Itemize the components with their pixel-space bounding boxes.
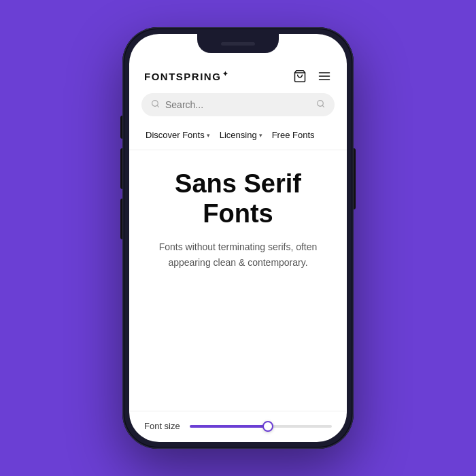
menu-icon xyxy=(318,69,331,83)
chevron-down-icon-2: ▾ xyxy=(259,132,262,139)
svg-line-5 xyxy=(157,105,158,107)
cart-icon xyxy=(293,69,307,83)
nav-discover-fonts[interactable]: Discover Fonts ▾ xyxy=(141,127,214,143)
phone-screen: FONTSPRING ✦ xyxy=(129,34,347,442)
header: FONTSPRING ✦ xyxy=(129,58,347,90)
slider-fill xyxy=(190,425,268,428)
font-size-label: Font size xyxy=(144,421,180,431)
search-bar[interactable] xyxy=(141,93,335,116)
hero: Sans Serif Fonts Fonts without terminati… xyxy=(129,150,347,411)
logo: FONTSPRING ✦ xyxy=(144,71,229,82)
notch xyxy=(197,34,279,53)
logo-leaf: ✦ xyxy=(222,70,229,78)
speaker xyxy=(221,42,255,46)
volume-down-button xyxy=(120,199,122,239)
cart-button[interactable] xyxy=(292,69,307,84)
phone-frame: FONTSPRING ✦ xyxy=(122,27,354,449)
search-input[interactable] xyxy=(165,99,311,110)
volume-up-button xyxy=(120,148,122,189)
header-icons xyxy=(292,69,332,84)
nav-licensing[interactable]: Licensing ▾ xyxy=(216,127,267,143)
nav-discover-fonts-label: Discover Fonts xyxy=(146,130,205,140)
menu-button[interactable] xyxy=(317,69,332,84)
logo-text: FONTSPRING xyxy=(144,71,221,82)
font-size-row: Font size xyxy=(129,411,347,442)
font-size-slider[interactable] xyxy=(190,425,332,428)
page-subtitle: Fonts without terminating serifs, often … xyxy=(156,239,320,270)
page-title: Sans Serif Fonts xyxy=(146,169,330,228)
search-icon-right xyxy=(316,99,325,110)
nav-free-fonts[interactable]: Free Fonts xyxy=(268,127,319,143)
nav-free-fonts-label: Free Fonts xyxy=(272,130,315,140)
screen-content: FONTSPRING ✦ xyxy=(129,34,347,442)
search-icon-left xyxy=(151,99,160,110)
svg-line-7 xyxy=(322,105,324,107)
mute-button xyxy=(120,116,122,139)
slider-thumb[interactable] xyxy=(262,421,273,432)
nav: Discover Fonts ▾ Licensing ▾ Free Fonts xyxy=(129,124,347,150)
power-button xyxy=(354,148,356,209)
nav-licensing-label: Licensing xyxy=(220,130,257,140)
chevron-down-icon: ▾ xyxy=(207,132,210,139)
